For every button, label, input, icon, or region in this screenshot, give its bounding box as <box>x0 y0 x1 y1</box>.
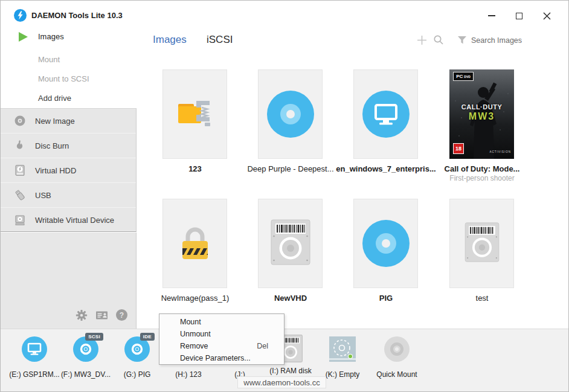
zipped-folder-icon <box>173 91 217 137</box>
publisher-label: ACTIVISION <box>489 150 511 153</box>
image-tile-call-of-duty[interactable]: PC DVD CALL·DUTY MW3 18 ACTIVISION <box>449 69 514 159</box>
pc-dvd-badge: PC DVD <box>453 72 474 81</box>
add-image-icon[interactable] <box>417 35 427 48</box>
tab-images[interactable]: Images <box>153 34 187 46</box>
image-tile-test[interactable] <box>449 199 514 288</box>
app-window: DAEMON Tools Lite 10.3 Images Mount Moun… <box>0 0 569 392</box>
tile-label: PIG <box>335 294 437 303</box>
disc-icon: SCSI <box>73 336 98 362</box>
image-tile-newvhd[interactable] <box>258 199 323 288</box>
sidebar-tools-section: New Image Disc Burn Virtual HDD <box>1 108 137 232</box>
menu-shortcut: Del <box>257 340 268 352</box>
menu-item-label: Mount <box>180 318 201 326</box>
drive-g[interactable]: IDE (G:) PIG <box>124 336 150 362</box>
sidebar-item-label: Disc Burn <box>35 141 69 150</box>
context-menu-item-mount[interactable]: Mount <box>159 316 284 328</box>
sidebar-item-label: New Image <box>35 117 75 126</box>
close-button[interactable] <box>538 8 556 24</box>
lock-icon <box>174 221 216 266</box>
drive-label: Quick Mount <box>358 370 436 379</box>
monitor-disc-icon <box>362 91 410 138</box>
media-label: DVD <box>464 75 471 79</box>
minimize-button[interactable] <box>483 8 501 24</box>
platform-label: PC <box>456 74 463 79</box>
sidebar-item-new-image[interactable]: New Image <box>1 109 136 133</box>
tile-label: NewImage(pass_1) <box>144 294 246 303</box>
sidebar-item-label: Virtual HDD <box>35 166 76 175</box>
flame-icon <box>14 140 26 152</box>
monitor-disc-icon <box>22 336 47 362</box>
hard-disk-icon <box>271 219 310 268</box>
quick-mount-button[interactable]: Quick Mount <box>384 336 410 362</box>
sidebar-item-disc-burn[interactable]: Disc Burn <box>1 133 136 158</box>
play-icon <box>17 31 29 45</box>
sidebar-item-label: USB <box>35 191 51 200</box>
image-tile-newimage-pass[interactable] <box>162 199 227 288</box>
image-tile-windows7[interactable] <box>353 69 418 159</box>
tile-label: Deep Purple - Deepest... <box>239 164 342 173</box>
virtual-hdd-icon <box>14 164 26 176</box>
context-menu: Mount Unmount Remove Del Device Paramete… <box>159 313 284 365</box>
search-images-label[interactable]: Search Images <box>471 36 522 45</box>
sidebar-item-virtual-hdd[interactable]: Virtual HDD <box>1 158 136 183</box>
maximize-button[interactable] <box>510 8 528 24</box>
ide-badge: IDE <box>140 333 155 341</box>
new-image-disc-icon <box>14 115 26 127</box>
tile-subtitle: First-person shooter <box>431 174 533 182</box>
help-glyph: ? <box>116 309 127 321</box>
sidebar-item-label: Images <box>38 32 64 41</box>
image-tile-deep-purple[interactable] <box>258 69 323 159</box>
scsi-badge: SCSI <box>85 333 103 341</box>
context-menu-item-unmount[interactable]: Unmount <box>159 328 284 340</box>
settings-gear-icon[interactable] <box>76 309 88 321</box>
tile-label: Call of Duty: Mode... <box>431 164 533 173</box>
app-logo-icon <box>14 9 27 22</box>
empty-drive-icon <box>329 336 356 362</box>
search-icon[interactable] <box>433 34 444 48</box>
sidebar-item-label: Add drive <box>38 94 71 103</box>
license-card-icon[interactable] <box>95 309 108 321</box>
window-title: DAEMON Tools Lite 10.3 <box>31 11 123 20</box>
drive-k[interactable]: (K:) Empty <box>329 336 356 362</box>
menu-item-label: Unmount <box>180 330 211 338</box>
tile-label: 123 <box>144 164 246 173</box>
sidebar-item-mount[interactable]: Mount <box>1 53 137 68</box>
hard-disk-icon <box>465 222 500 265</box>
writable-device-icon <box>14 214 26 226</box>
disc-icon <box>362 220 410 267</box>
usb-stick-icon <box>14 189 26 201</box>
sidebar-item-add-drive[interactable]: Add drive <box>1 91 137 107</box>
context-menu-item-remove[interactable]: Remove Del <box>159 340 284 352</box>
help-icon[interactable]: ? <box>116 309 128 321</box>
tile-label: NewVHD <box>239 294 342 303</box>
quick-mount-disc-icon <box>384 336 410 362</box>
menu-item-label: Remove <box>180 342 208 350</box>
sidebar-item-images[interactable]: Images <box>1 30 137 45</box>
tile-label: en_windows_7_enterpris... <box>335 164 437 173</box>
sidebar-item-label: Writable Virtual Device <box>35 216 114 225</box>
sidebar-item-label: Mount <box>38 55 60 64</box>
sidebar-item-writable-virtual-device[interactable]: Writable Virtual Device <box>1 208 136 233</box>
cover-title: CALL·DUTY <box>449 103 514 111</box>
filter-funnel-icon[interactable] <box>457 36 467 47</box>
sidebar-item-usb[interactable]: USB <box>1 183 136 208</box>
tab-iscsi[interactable]: iSCSI <box>207 34 233 46</box>
website-link[interactable]: www.daemon-tools.cc <box>237 376 326 388</box>
disc-icon: IDE <box>124 336 150 362</box>
image-tile-123[interactable] <box>162 69 227 159</box>
sidebar-item-label: Mount to SCSI <box>38 74 89 83</box>
tile-label: test <box>431 294 533 303</box>
sidebar-item-mount-to-scsi[interactable]: Mount to SCSI <box>1 72 137 88</box>
context-menu-item-device-parameters[interactable]: Device Parameters... <box>159 352 284 364</box>
drive-e[interactable]: (E:) GSP1RM... <box>22 336 47 362</box>
cover-subtitle: MW3 <box>449 111 514 122</box>
title-bar: DAEMON Tools Lite 10.3 <box>1 1 569 28</box>
menu-item-label: Device Parameters... <box>180 354 251 362</box>
image-tile-pig[interactable] <box>353 199 418 288</box>
drive-f[interactable]: SCSI (F:) MW3_DV... <box>73 336 98 362</box>
age-rating-badge: 18 <box>453 143 464 154</box>
disc-icon <box>267 91 314 138</box>
